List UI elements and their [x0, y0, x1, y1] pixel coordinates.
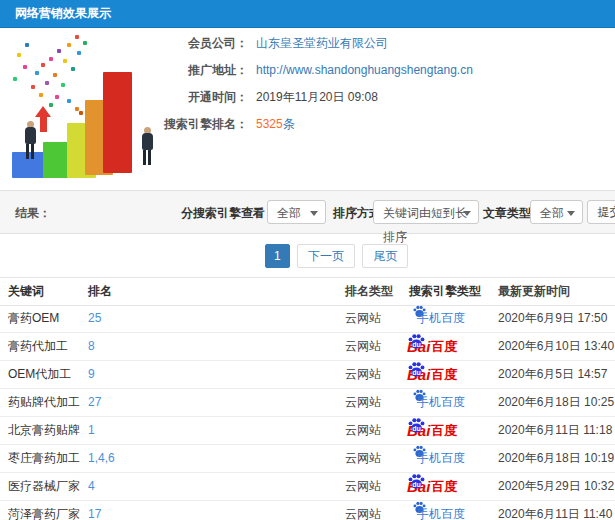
rank-link[interactable]: 9: [88, 361, 95, 388]
mobile-baidu-badge: 手机百度: [405, 305, 413, 332]
engine-filter-select[interactable]: 全部: [267, 200, 326, 224]
article-type-label: 文章类型: [483, 205, 531, 222]
bar-chart-illustration: [5, 33, 187, 185]
article-type-select[interactable]: 全部: [530, 200, 583, 224]
rank-type-cell: 云网站: [345, 361, 381, 388]
update-time-cell: 2020年6月11日 11:40: [498, 501, 612, 520]
update-time-cell: 2020年6月11日 11:18: [498, 417, 612, 444]
article-type-value: 全部: [540, 206, 564, 220]
promo-url-label: 推广地址：: [120, 63, 248, 78]
businessman-figure-right: [139, 127, 155, 165]
rank-type-cell: 云网站: [345, 445, 381, 472]
rank-link[interactable]: 17: [88, 501, 101, 520]
mobile-baidu-label: 手机百度: [417, 389, 465, 416]
mobile-baidu-badge: 手机百度: [405, 389, 413, 416]
rank-link[interactable]: 4: [88, 473, 95, 500]
rank-type-cell: 云网站: [345, 305, 381, 332]
baidu-paw-icon: du: [408, 361, 425, 378]
filter-bar: 结果： 分搜索引擎查看 全部 排序方式 关键词由短到长排序 文章类型 全部 提交: [0, 190, 615, 234]
table-row: OEM代加工 9 云网站 Baidu百度 2020年6月5日 14:57: [0, 361, 615, 389]
keyword-cell: OEM代加工: [8, 361, 71, 388]
sort-select[interactable]: 关键词由短到长排序: [373, 200, 479, 224]
col-rank: 排名: [88, 278, 112, 305]
col-keyword: 关键词: [8, 278, 44, 305]
page-header: 网络营销效果展示: [0, 0, 615, 28]
keyword-cell: 膏药OEM: [8, 305, 59, 332]
baidu-logo: Baidu百度: [405, 473, 457, 500]
rank-link[interactable]: 25: [88, 305, 101, 332]
mobile-baidu-badge: 手机百度: [405, 445, 413, 472]
rank-type-cell: 云网站: [345, 473, 381, 500]
chevron-down-icon: [463, 211, 471, 216]
rank-link[interactable]: 8: [88, 333, 95, 360]
col-engine-type: 搜索引擎类型: [409, 278, 481, 305]
engine-filter-label: 分搜索引擎查看: [181, 205, 265, 222]
rank-count: 5325: [256, 117, 283, 131]
next-page-button[interactable]: 下一页: [297, 244, 355, 268]
baidu-logo: Baidu百度: [405, 361, 457, 388]
open-time-value: 2019年11月20日 09:08: [256, 90, 378, 105]
rank-suffix: 条: [283, 117, 295, 131]
rank-type-cell: 云网站: [345, 501, 381, 520]
page-1-button[interactable]: 1: [265, 244, 290, 268]
update-time-cell: 2020年6月18日 10:25: [498, 389, 614, 416]
table-row: 菏泽膏药厂家 17 云网站 手机百度 2020年6月11日 11:40: [0, 501, 615, 520]
update-time-cell: 2020年6月10日 13:40: [498, 333, 614, 360]
rank-type-cell: 云网站: [345, 389, 381, 416]
update-time-cell: 2020年6月18日 10:19: [498, 445, 614, 472]
member-company-label: 会员公司：: [120, 36, 248, 51]
rank-link[interactable]: 27: [88, 389, 101, 416]
open-time-label: 开通时间：: [120, 90, 248, 105]
baidu-logo: Baidu百度: [405, 417, 457, 444]
table-row: 膏药代加工 8 云网站 Baidu百度 2020年6月10日 13:40: [0, 333, 615, 361]
keyword-cell: 膏药代加工: [8, 333, 68, 360]
keyword-cell: 北京膏药贴牌: [8, 417, 80, 444]
result-label: 结果：: [15, 205, 51, 222]
mobile-baidu-label: 手机百度: [417, 445, 465, 472]
promo-url-link[interactable]: http://www.shandonghuangshengtang.cn: [256, 63, 473, 78]
engine-rank-value: 5325条: [256, 117, 295, 132]
pagination: 1 下一页 尾页: [265, 244, 412, 268]
confetti-decoration: [5, 33, 9, 37]
table-row: 北京膏药贴牌 1 云网站 Baidu百度 2020年6月11日 11:18: [0, 417, 615, 445]
rank-link[interactable]: 1: [88, 417, 95, 444]
keyword-cell: 医疗器械厂家: [8, 473, 80, 500]
keyword-table-body: 膏药OEM 25 云网站 手机百度 2020年6月9日 17:50 膏药代加工 …: [0, 305, 615, 520]
last-page-button[interactable]: 尾页: [362, 244, 408, 268]
submit-button[interactable]: 提交: [587, 200, 615, 224]
chevron-down-icon: [567, 211, 575, 216]
chevron-down-icon: [310, 211, 318, 216]
rank-type-cell: 云网站: [345, 333, 381, 360]
sort-value: 关键词由短到长排序: [383, 206, 467, 244]
update-time-cell: 2020年6月5日 14:57: [498, 361, 607, 388]
col-rank-type: 排名类型: [345, 278, 393, 305]
rank-link[interactable]: 1,4,6: [88, 445, 115, 472]
member-company-link[interactable]: 山东皇圣堂药业有限公司: [256, 36, 388, 51]
baidu-logo: Baidu百度: [405, 333, 457, 360]
baidu-paw-icon: du: [408, 333, 425, 350]
table-row: 药贴牌代加工 27 云网站 手机百度 2020年6月18日 10:25: [0, 389, 615, 417]
mobile-baidu-badge: 手机百度: [405, 501, 413, 520]
mobile-baidu-label: 手机百度: [417, 305, 465, 332]
baidu-paw-icon: du: [408, 417, 425, 434]
page-title: 网络营销效果展示: [15, 0, 111, 27]
rank-type-cell: 云网站: [345, 417, 381, 444]
businessman-figure-left: [22, 121, 38, 159]
marketing-report-page: 网络营销效果展示 会员公司： 山东皇圣堂药业有限公司 推广地址： http://…: [0, 0, 615, 520]
table-row: 医疗器械厂家 4 云网站 Baidu百度 2020年5月29日 10:32: [0, 473, 615, 501]
update-time-cell: 2020年5月29日 10:32: [498, 473, 614, 500]
table-header: 关键词 排名 排名类型 搜索引擎类型 最新更新时间: [0, 277, 615, 306]
col-update-time: 最新更新时间: [498, 278, 570, 305]
update-time-cell: 2020年6月9日 17:50: [498, 305, 607, 332]
keyword-cell: 枣庄膏药加工: [8, 445, 80, 472]
baidu-paw-icon: du: [408, 473, 425, 490]
keyword-cell: 药贴牌代加工: [8, 389, 80, 416]
table-row: 枣庄膏药加工 1,4,6 云网站 手机百度 2020年6月18日 10:19: [0, 445, 615, 473]
table-row: 膏药OEM 25 云网站 手机百度 2020年6月9日 17:50: [0, 305, 615, 333]
engine-filter-value: 全部: [277, 206, 301, 220]
keyword-cell: 菏泽膏药厂家: [8, 501, 80, 520]
engine-rank-label: 搜索引擎排名：: [120, 117, 248, 132]
mobile-baidu-label: 手机百度: [417, 501, 465, 520]
